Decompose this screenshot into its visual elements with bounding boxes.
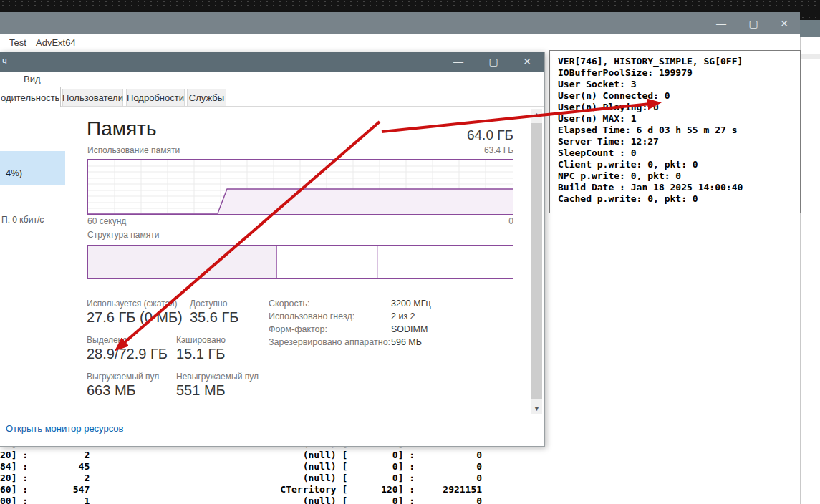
stat-in-use-value: 27.6 ГБ (0 МБ): [87, 309, 183, 326]
memory-page-title: Память: [87, 117, 157, 140]
screen: — ▢ ✕ Test AdvExt64 VER[746], HISTORY_SI…: [0, 0, 820, 504]
memory-total: 64.0 ГБ: [467, 127, 513, 143]
task-manager-window: ч — ▢ ✕ Вид одительность Пользователи По…: [0, 52, 545, 447]
scroll-up-icon[interactable]: ▲: [531, 109, 542, 120]
task-manager-title: ч: [2, 56, 7, 67]
tm-menubar: Вид: [0, 72, 544, 87]
usage-chart-max: 63.4 ГБ: [484, 145, 513, 155]
memory-usage-chart: [87, 159, 513, 215]
stat-in-use-label: Используется (сжатая): [87, 299, 178, 309]
detail-speed-value: 3200 МГц: [391, 299, 431, 309]
detail-slots-label: Использовано гнезд:: [269, 311, 354, 321]
memory-usage-chart-svg: [88, 160, 513, 214]
menu-item-test[interactable]: Test: [9, 37, 26, 48]
memory-composition-bar: [87, 245, 513, 279]
console-menubar: Test AdvExt64: [0, 34, 800, 52]
detail-reserved-value: 596 МБ: [391, 337, 422, 347]
right-background-window-toolbar: [800, 54, 820, 59]
usage-chart-label: Использование памяти: [87, 145, 180, 155]
composition-divider-1: [276, 246, 277, 278]
sidebar-memory-percent: 4%): [6, 168, 22, 178]
tm-close-button[interactable]: ✕: [515, 52, 539, 72]
detail-slots-value: 2 из 2: [391, 311, 415, 321]
stat-cached-value: 15.1 ГБ: [176, 346, 225, 362]
tab-details[interactable]: Подробности: [126, 89, 185, 107]
menu-item-vid[interactable]: Вид: [24, 74, 41, 84]
detail-speed-label: Скорость:: [269, 299, 309, 309]
stat-available-value: 35.6 ГБ: [190, 309, 238, 326]
server-debug-panel: VER[746], HISTORY_SIMPLE, SG[0FF] IOBuff…: [549, 50, 801, 213]
tab-services[interactable]: Службы: [187, 89, 226, 107]
console-window-titlebar[interactable]: — ▢ ✕: [0, 12, 800, 34]
server-debug-text: VER[746], HISTORY_SIMPLE, SG[0FF] IOBuff…: [550, 51, 800, 205]
tm-maximize-button[interactable]: ▢: [481, 52, 506, 72]
stat-committed-label: Выделено: [87, 335, 127, 345]
console-minimize-button[interactable]: —: [709, 12, 733, 34]
open-resource-monitor-link[interactable]: Открыть монитор ресурсов: [6, 423, 123, 434]
composition-in-use-segment: [88, 246, 276, 278]
game-window-strip: [0, 0, 820, 12]
console-maximize-button[interactable]: ▢: [741, 12, 766, 34]
tab-users[interactable]: Пользователи: [62, 89, 123, 107]
scrollbar-thumb[interactable]: [531, 123, 542, 399]
composition-divider-3: [377, 246, 378, 278]
sidebar-item-network[interactable]: П: 0 кбит/с: [1, 215, 44, 225]
tm-minimize-button[interactable]: —: [446, 52, 471, 72]
usage-x-right: 0: [508, 216, 513, 226]
detail-formfactor-value: SODIMM: [391, 324, 428, 334]
game-window-strip-right: [800, 12, 820, 20]
task-manager-titlebar[interactable]: ч — ▢ ✕: [0, 52, 544, 72]
detail-formfactor-label: Форм-фактор:: [269, 324, 327, 334]
composition-label: Структура памяти: [87, 230, 159, 240]
usage-x-left: 60 секунд: [87, 216, 126, 226]
menu-item-advext64[interactable]: AdvExt64: [36, 37, 76, 48]
stat-cached-label: Кэшировано: [176, 335, 226, 345]
tab-performance[interactable]: одительность: [0, 87, 61, 107]
stat-available-label: Доступно: [190, 299, 227, 309]
stat-nonpaged-pool-label: Невыгружаемый пул: [176, 372, 259, 382]
sidebar-divider: [67, 109, 67, 247]
stat-paged-pool-value: 663 МБ: [87, 382, 136, 399]
composition-divider-2: [279, 246, 279, 278]
detail-reserved-label: Зарезервировано аппаратно:: [269, 337, 390, 347]
tm-scrollbar[interactable]: ▲ ▼: [531, 109, 542, 414]
console-output-text: 00] : 1 (null) [ 0] : 0 20] : 2 (null) […: [0, 438, 544, 504]
console-output: 00] : 1 (null) [ 0] : 0 20] : 2 (null) […: [0, 438, 544, 504]
scroll-down-icon[interactable]: ▼: [531, 403, 542, 414]
right-background-window-titlebar: [800, 20, 820, 37]
stat-nonpaged-pool-value: 551 МБ: [176, 382, 226, 399]
console-close-button[interactable]: ✕: [772, 12, 796, 34]
stat-paged-pool-label: Выгружаемый пул: [87, 372, 159, 382]
stat-committed-value: 28.9/72.9 ГБ: [87, 346, 168, 362]
